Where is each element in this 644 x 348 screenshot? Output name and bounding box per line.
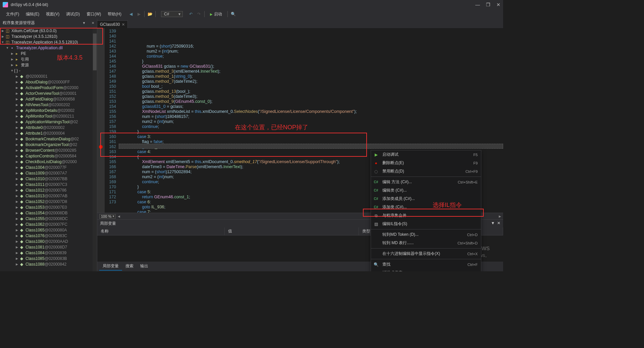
locals-title: 局部变量: [100, 221, 116, 226]
tree-node[interactable]: ▶◫Xilium.CefGlue (63.0.0.0): [0, 28, 97, 34]
tree-node[interactable]: ▶◆BookmarkCreationDialog @02: [0, 136, 97, 142]
tree-scrollbar[interactable]: [93, 27, 97, 271]
search-icon[interactable]: 🔍: [230, 11, 236, 17]
tree-node[interactable]: ▶◆CheckBoxListDialog @02000: [0, 159, 97, 165]
tree-node[interactable]: ▶◆ @02000001: [0, 74, 97, 79]
app-logo-icon: [3, 2, 8, 7]
tree-node[interactable]: ▶◆Class1084 @02000839: [0, 250, 97, 256]
panel-close-icon[interactable]: ✕: [92, 21, 94, 25]
tree-node[interactable]: ▶◆Class1054 @020008DB: [0, 210, 97, 216]
tree-node[interactable]: ▶◆Attribute0 @02000002: [0, 125, 97, 131]
play-icon: ▶: [210, 12, 213, 16]
context-menu-item[interactable]: ◌禁用断点(D)Ctrl+F9: [371, 167, 481, 176]
context-menu-item[interactable]: ●删除断点(E)F9: [371, 159, 481, 167]
menu-file[interactable]: 文件(F): [3, 10, 22, 18]
tab-locals[interactable]: 局部变量: [99, 262, 122, 271]
tree-node[interactable]: ▶◆AddFieldDialog @02000658: [0, 96, 97, 102]
window-controls: — ❐ ✕: [475, 2, 500, 7]
locals-close-icon[interactable]: ✕: [497, 221, 500, 225]
tree-node[interactable]: ▶◆CaptionControls @02000584: [0, 153, 97, 159]
tree-node[interactable]: ▶◆Class1062 @020007FC: [0, 222, 97, 227]
context-menu-item[interactable]: ▶启动调试F5: [371, 150, 481, 159]
tree-node[interactable]: ▶◆AllViewsTool @02000202: [0, 102, 97, 108]
menu-bar: 文件(F) 编辑(E) 视图(V) 调试(D) 窗口(W) 帮助(H) ◀ ▶ …: [0, 9, 503, 19]
open-file-icon[interactable]: 📂: [147, 11, 153, 17]
locals-dropdown-icon[interactable]: ▼: [491, 221, 495, 225]
tree-node[interactable]: ▶◆Class1010 @020007BB: [0, 176, 97, 182]
context-menu-item[interactable]: C#添加类 (C#)...: [371, 203, 481, 211]
menu-debug[interactable]: 调试(D): [63, 10, 83, 18]
maximize-button[interactable]: ❐: [486, 2, 490, 7]
tree-node[interactable]: ▶◆Class1080 @02000AAD: [0, 239, 97, 245]
panel-dropdown-icon[interactable]: ▼: [83, 21, 86, 25]
nav-back-icon[interactable]: ◀: [128, 11, 133, 17]
language-selector[interactable]: C#: [161, 11, 183, 17]
tree-node[interactable]: ▶◆AboutDialog @020000FF: [0, 79, 97, 85]
tree-node[interactable]: ▶◆Class1088 @02000842: [0, 262, 97, 267]
tree-node[interactable]: ▶◆Class1004 @0200077F: [0, 165, 97, 170]
tree-node[interactable]: ▶◆Class1012 @02000786: [0, 188, 97, 193]
tree-node[interactable]: ▶◆ApiMonitorDetails @020002: [0, 108, 97, 114]
tree-node[interactable]: ▼{ } -: [0, 68, 97, 74]
col-name[interactable]: 名称: [97, 227, 225, 235]
menu-view[interactable]: 视图(V): [43, 10, 63, 18]
tree-node[interactable]: ▼▪Tracealyzer.Application.dll: [0, 45, 97, 51]
context-menu-item[interactable]: C#编辑 方法 (C#)...Ctrl+Shift+E: [371, 178, 481, 186]
window-title: dnSpy v6.0.4 (64-bit): [11, 2, 475, 7]
redo-icon[interactable]: ↷: [196, 11, 202, 17]
tree-node[interactable]: ▶◆Class1085 @0200083B: [0, 256, 97, 262]
context-menu-item[interactable]: C#编辑类 (C#)...: [371, 186, 481, 195]
line-number-gutter: 1391401411421431441451461471481491501511…: [105, 28, 119, 213]
tree-node[interactable]: ▶▸PE: [0, 51, 97, 57]
context-menu-item[interactable]: 在十六进制编辑器中显示指令(X)Ctrl+X: [371, 250, 481, 258]
tree-node[interactable]: ▶◆Class1009 @020007A7: [0, 170, 97, 176]
minimize-button[interactable]: —: [475, 2, 480, 7]
breakpoint-margin[interactable]: [97, 28, 105, 213]
tree-node[interactable]: ▶◆Class1081 @020008D7: [0, 245, 97, 250]
context-menu-item[interactable]: 渐进式搜索Ctrl+I: [371, 269, 481, 271]
tab-gclass630[interactable]: GClass630 ✕: [97, 20, 128, 28]
start-debug-button[interactable]: ▶ 启动: [207, 11, 225, 18]
tree-node[interactable]: ▶◆Class1076 @0200083C: [0, 233, 97, 239]
breakpoint-icon[interactable]: [99, 145, 103, 149]
zoom-selector[interactable]: 100 %▾: [99, 214, 116, 219]
context-menu-item[interactable]: 转到MD Token (D)...Ctrl+D: [371, 230, 481, 239]
tree-node[interactable]: ▶◆Class1052 @020007D8: [0, 199, 97, 205]
menu-edit[interactable]: 编辑(E): [22, 10, 43, 18]
tab-search[interactable]: 搜索: [122, 262, 137, 271]
context-menu-item[interactable]: ⧉与程序集合并...: [371, 211, 481, 220]
assembly-tree[interactable]: ▶◫Xilium.CefGlue (63.0.0.0)▶◫Tracealyzer…: [0, 27, 97, 271]
document-tabs: GClass630 ✕: [97, 19, 503, 28]
menu-window[interactable]: 窗口(W): [83, 10, 104, 18]
tree-node[interactable]: ▶◆ApplicationWarningsTool @02: [0, 119, 97, 125]
close-button[interactable]: ✕: [496, 2, 500, 7]
tree-node[interactable]: ▶◆BrowserContent @02000285: [0, 148, 97, 153]
context-menu-item[interactable]: 🔍查找Ctrl+F: [371, 260, 481, 269]
tree-node[interactable]: ▶◆ActorOverviewTool @020001: [0, 91, 97, 96]
tree-node[interactable]: ▶▸引用: [0, 57, 97, 62]
context-menu[interactable]: ▶启动调试F5●删除断点(E)F9◌禁用断点(D)Ctrl+F9C#编辑 方法 …: [371, 150, 481, 271]
tab-output[interactable]: 输出: [137, 262, 152, 271]
tree-node[interactable]: ▶◫Tracealyzer (4.3.5.12810): [0, 34, 97, 40]
context-menu-item[interactable]: 转到 MD 表行......Ctrl+Shift+D: [371, 239, 481, 247]
undo-icon[interactable]: ↶: [188, 11, 194, 17]
tree-node[interactable]: ▶◆Class1053 @020007E0: [0, 205, 97, 210]
context-menu-item[interactable]: ▤编辑IL指令(S): [371, 220, 481, 228]
tree-node[interactable]: ▶▸资源: [0, 62, 97, 68]
tab-close-icon[interactable]: ✕: [122, 22, 125, 27]
tree-node[interactable]: ▼◫Tracealyzer.Application (4.3.5.12810): [0, 40, 97, 45]
tree-node[interactable]: ▶◆Class1013 @020007AB: [0, 193, 97, 199]
tree-node[interactable]: ▶◆Attribute1 @02000004: [0, 131, 97, 136]
tree-node[interactable]: ▶◆Class1055 @020008DC: [0, 216, 97, 222]
menu-help[interactable]: 帮助(H): [104, 10, 125, 18]
toolbar: ◀ ▶ 📂 C# ↶ ↷ ▶ 启动 🔍: [128, 11, 236, 18]
tree-node[interactable]: ▶◆Class1065 @0200080A: [0, 227, 97, 233]
tree-node[interactable]: ▶◆BookmarkOrganizerTool @02: [0, 142, 97, 148]
context-menu-item[interactable]: C#添加类成员 (C#)...: [371, 195, 481, 203]
col-value[interactable]: 值: [225, 227, 359, 235]
assembly-explorer-panel: 程序集资源管理器 ▼ ✕ ▶◫Xilium.CefGlue (63.0.0.0)…: [0, 19, 97, 271]
tree-node[interactable]: ▶◆ApiMonitorTool @02000211: [0, 114, 97, 119]
nav-forward-icon[interactable]: ▶: [136, 11, 142, 17]
tree-node[interactable]: ▶◆ActivateProductForm @02000: [0, 85, 97, 91]
tree-node[interactable]: ▶◆Class1011 @020007C3: [0, 182, 97, 188]
